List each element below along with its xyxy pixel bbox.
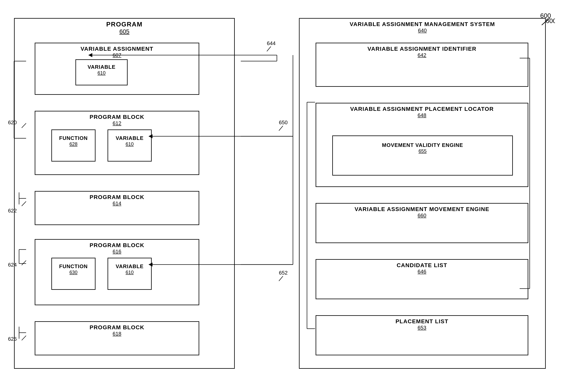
candidate-list-646-label: CANDIDATE LIST 646 [316,260,528,275]
placement-list-653-label: PLACEMENT LIST 653 [316,316,528,331]
mve-655-num: 655 [333,148,512,154]
variable-610-c-box: VARIABLE 610 [108,258,152,290]
prog-block-616-box: PROGRAM BLOCK 616 FUNCTION 630 VARIABLE … [35,239,199,305]
function-630-box: FUNCTION 630 [51,258,95,290]
vapl-648-num: 648 [316,112,528,118]
vame-660-box: VARIABLE ASSIGNMENT MOVEMENT ENGINE 660 [316,203,528,243]
prog-block-612-num: 612 [113,120,121,126]
program-num: 605 [15,28,234,35]
prog-block-616-label: PROGRAM BLOCK 616 [35,240,199,255]
prog-block-616-title: PROGRAM BLOCK [35,242,199,248]
prog-block-614-box: PROGRAM BLOCK 614 [35,191,199,225]
var-assign-607-box: VARIABLE ASSIGNMENT 607 VARIABLE 610 [35,43,199,95]
candidate-list-646-box: CANDIDATE LIST 646 [316,259,528,299]
function-630-title: FUNCTION [52,258,95,270]
function-628-box: FUNCTION 628 [51,129,95,161]
mgmt-system-640-box: VARIABLE ASSIGNMENT MANAGEMENT SYSTEM 64… [299,18,546,369]
ref-652-svg: 652 [279,270,288,276]
function-628-num: 628 [52,141,95,147]
candidate-list-646-title: CANDIDATE LIST [316,262,528,269]
variable-610-b-box: VARIABLE 610 [108,129,152,161]
variable-610-b-num: 610 [108,141,151,147]
vapl-648-box: VARIABLE ASSIGNMENT PLACEMENT LOCATOR 64… [316,103,528,187]
mgmt-system-640-title: VARIABLE ASSIGNMENT MANAGEMENT SYSTEM [300,21,545,27]
mgmt-system-640-num: 640 [300,27,545,34]
prog-block-618-num: 618 [35,331,199,337]
vai-642-box: VARIABLE ASSIGNMENT IDENTIFIER 642 [316,43,528,87]
variable-610-c-num: 610 [108,270,151,275]
program-label: PROGRAM 605 [15,19,234,35]
variable-610-a-title: VARIABLE [76,60,127,70]
vapl-648-title: VARIABLE ASSIGNMENT PLACEMENT LOCATOR [316,106,528,112]
vai-642-title: VARIABLE ASSIGNMENT IDENTIFIER [316,46,528,52]
prog-block-616-num: 616 [113,248,121,255]
ref-644-svg: 644 [267,40,275,46]
vapl-648-label: VARIABLE ASSIGNMENT PLACEMENT LOCATOR 64… [316,103,528,118]
prog-block-612-title: PROGRAM BLOCK [35,114,199,120]
vame-660-title: VARIABLE ASSIGNMENT MOVEMENT ENGINE [316,206,528,212]
svg-line-26 [279,276,283,281]
ref-650-svg: 650 [279,120,288,125]
var-assign-607-label: VARIABLE ASSIGNMENT 607 [35,43,199,58]
vame-660-num: 660 [316,212,528,219]
function-630-num: 630 [52,270,95,275]
prog-block-614-label: PROGRAM BLOCK 614 [35,192,199,207]
variable-610-a-num: 610 [76,70,127,76]
prog-block-614-num: 614 [35,200,199,207]
candidate-list-646-num: 646 [316,269,528,275]
vame-660-label: VARIABLE ASSIGNMENT MOVEMENT ENGINE 660 [316,204,528,219]
program-title: PROGRAM [15,21,234,28]
diagram-container: 600 PROGRAM 605 VARIABLE ASSIGNMENT 607 … [8,12,555,385]
vai-642-label: VARIABLE ASSIGNMENT IDENTIFIER 642 [316,43,528,58]
prog-block-618-label: PROGRAM BLOCK 618 [35,322,199,337]
prog-block-618-box: PROGRAM BLOCK 618 [35,321,199,355]
mve-655-title: MOVEMENT VALIDITY ENGINE [333,136,512,148]
placement-list-653-title: PLACEMENT LIST [316,318,528,325]
vai-642-num: 642 [316,52,528,58]
function-628-title: FUNCTION [52,130,95,141]
mve-655-box: MOVEMENT VALIDITY ENGINE 655 [332,135,513,176]
svg-line-23 [279,126,283,131]
program-box: PROGRAM 605 VARIABLE ASSIGNMENT 607 VARI… [14,18,235,369]
svg-line-20 [267,47,271,51]
prog-block-612-label: PROGRAM BLOCK 612 [35,111,199,126]
prog-block-612-box: PROGRAM BLOCK 612 FUNCTION 628 VARIABLE … [35,111,199,175]
var-assign-607-title: VARIABLE ASSIGNMENT [35,46,199,52]
prog-block-618-title: PROGRAM BLOCK [35,324,199,331]
variable-610-b-title: VARIABLE [108,130,151,141]
var-assign-607-num: 607 [35,52,199,58]
placement-list-653-box: PLACEMENT LIST 653 [316,315,528,355]
prog-block-614-title: PROGRAM BLOCK [35,194,199,200]
mgmt-system-640-label: VARIABLE ASSIGNMENT MANAGEMENT SYSTEM 64… [300,19,545,34]
placement-list-653-num: 653 [316,325,528,331]
variable-610-a-box: VARIABLE 610 [76,59,128,85]
variable-610-c-title: VARIABLE [108,258,151,270]
